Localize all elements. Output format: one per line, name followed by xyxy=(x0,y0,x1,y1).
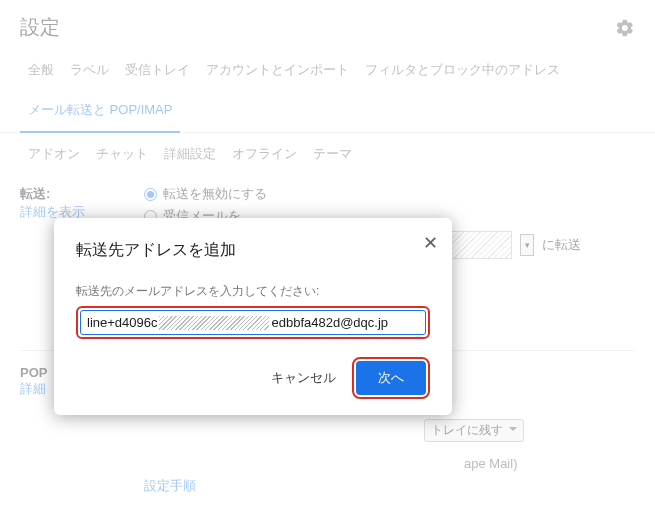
modal-title: 転送先アドレスを追加 xyxy=(76,240,430,261)
close-icon[interactable]: ✕ xyxy=(423,232,438,254)
add-forwarding-modal: ✕ 転送先アドレスを追加 転送先のメールアドレスを入力してください: line+… xyxy=(54,218,452,415)
input-value-suffix: edbbfa482d@dqc.jp xyxy=(271,315,388,330)
next-button-highlight: 次へ xyxy=(352,357,430,399)
cancel-button[interactable]: キャンセル xyxy=(267,361,340,395)
modal-hint: 転送先のメールアドレスを入力してください: xyxy=(76,283,430,300)
input-value-masked xyxy=(159,316,269,330)
next-button[interactable]: 次へ xyxy=(356,361,426,395)
forwarding-email-input[interactable]: line+d4096c edbbfa482d@dqc.jp xyxy=(80,310,426,335)
forwarding-email-highlight: line+d4096c edbbfa482d@dqc.jp xyxy=(76,306,430,339)
input-value-prefix: line+d4096c xyxy=(87,315,157,330)
